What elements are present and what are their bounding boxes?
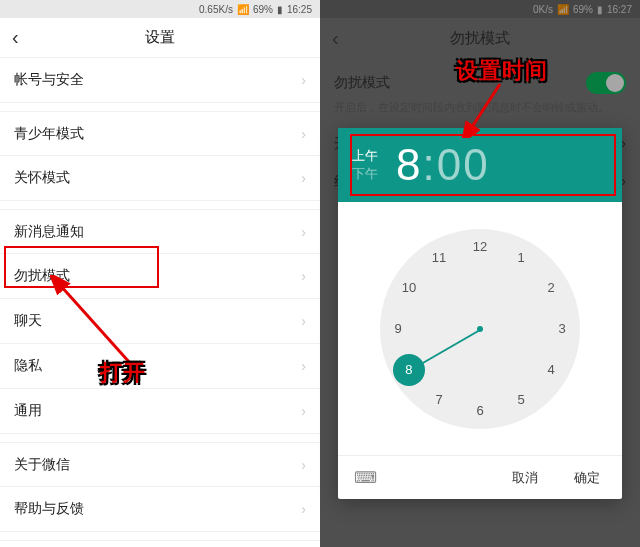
- keyboard-icon[interactable]: ⌨: [354, 468, 377, 487]
- item-general[interactable]: 通用›: [0, 389, 320, 434]
- net-speed: 0.65K/s: [199, 4, 233, 15]
- clock-hour-3[interactable]: 3: [550, 317, 574, 341]
- chevron-right-icon: ›: [301, 268, 306, 284]
- header: ‹ 设置: [0, 18, 320, 58]
- ok-button[interactable]: 确定: [560, 463, 614, 493]
- settings-list: 帐号与安全› 青少年模式› 关怀模式› 新消息通知› 勿扰模式› 聊天› 隐私›…: [0, 58, 320, 547]
- clock-face[interactable]: 1212345678910118: [380, 229, 580, 429]
- minute-value[interactable]: 00: [437, 140, 490, 189]
- clock-hour-12[interactable]: 12: [468, 235, 492, 259]
- clock-hour-4[interactable]: 4: [539, 358, 563, 382]
- item-notify[interactable]: 新消息通知›: [0, 209, 320, 254]
- chevron-right-icon: ›: [301, 126, 306, 142]
- back-icon[interactable]: ‹: [12, 26, 19, 49]
- clock-selected[interactable]: 8: [393, 354, 425, 386]
- clock-hour-9[interactable]: 9: [386, 317, 410, 341]
- phone-right: 0K/s 📶 69% ▮ 16:27 ‹ 勿扰模式 勿扰模式 开启后，在设定时间…: [320, 0, 640, 547]
- item-youth[interactable]: 青少年模式›: [0, 111, 320, 156]
- time-display: 8:00: [396, 140, 490, 190]
- clock-hour-10[interactable]: 10: [397, 276, 421, 300]
- status-bar: 0.65K/s 📶 69% ▮ 16:25: [0, 0, 320, 18]
- clock-hour-6[interactable]: 6: [468, 399, 492, 423]
- ampm-selector[interactable]: 上午 下午: [352, 147, 378, 183]
- time-picker: 上午 下午 8:00 1212345678910118 ⌨ 取消 确定: [338, 128, 622, 499]
- battery-text: 69%: [253, 4, 273, 15]
- clock-face-wrap: 1212345678910118: [338, 202, 622, 455]
- phone-left: 0.65K/s 📶 69% ▮ 16:25 ‹ 设置 帐号与安全› 青少年模式›…: [0, 0, 320, 547]
- clock-center: [477, 326, 483, 332]
- clock-hour-11[interactable]: 11: [427, 245, 451, 269]
- battery-icon: ▮: [277, 4, 283, 15]
- wifi-icon: 📶: [237, 4, 249, 15]
- pm-option[interactable]: 下午: [352, 165, 378, 183]
- am-option[interactable]: 上午: [352, 147, 378, 165]
- clock-hour-1[interactable]: 1: [509, 245, 533, 269]
- item-plugin[interactable]: 插件›: [0, 540, 320, 547]
- item-chat[interactable]: 聊天›: [0, 299, 320, 344]
- cancel-button[interactable]: 取消: [498, 463, 552, 493]
- chevron-right-icon: ›: [301, 313, 306, 329]
- clock-hour-2[interactable]: 2: [539, 276, 563, 300]
- chevron-right-icon: ›: [301, 457, 306, 473]
- item-account[interactable]: 帐号与安全›: [0, 58, 320, 103]
- item-privacy[interactable]: 隐私›: [0, 344, 320, 389]
- clock-hour-7[interactable]: 7: [427, 388, 451, 412]
- item-dnd[interactable]: 勿扰模式›: [0, 254, 320, 299]
- chevron-right-icon: ›: [301, 358, 306, 374]
- chevron-right-icon: ›: [301, 72, 306, 88]
- page-title: 设置: [145, 28, 175, 47]
- picker-header: 上午 下午 8:00: [338, 128, 622, 202]
- item-about[interactable]: 关于微信›: [0, 442, 320, 487]
- chevron-right-icon: ›: [301, 170, 306, 186]
- chevron-right-icon: ›: [301, 403, 306, 419]
- clock-text: 16:25: [287, 4, 312, 15]
- picker-footer: ⌨ 取消 确定: [338, 455, 622, 499]
- item-care[interactable]: 关怀模式›: [0, 156, 320, 201]
- chevron-right-icon: ›: [301, 501, 306, 517]
- clock-hour-5[interactable]: 5: [509, 388, 533, 412]
- chevron-right-icon: ›: [301, 224, 306, 240]
- hour-value[interactable]: 8: [396, 140, 422, 189]
- item-feedback[interactable]: 帮助与反馈›: [0, 487, 320, 532]
